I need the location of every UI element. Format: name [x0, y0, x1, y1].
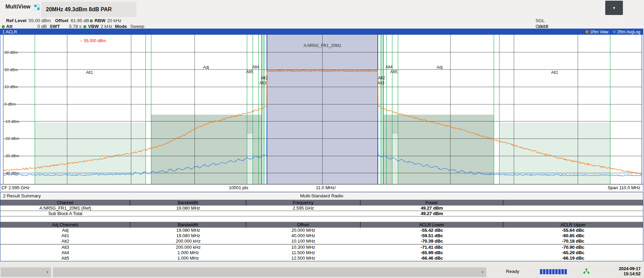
swt-label[interactable]: SWT [50, 24, 60, 29]
att-value[interactable]: 0 dB [37, 24, 47, 29]
cell: -70.90 dBc [503, 244, 643, 250]
ref-level-value[interactable]: 55.00 dBm [29, 18, 51, 23]
y-axis-label: -10 dBm [4, 119, 19, 124]
ref-level-marker: ↑ 55.000 dBm [80, 38, 106, 43]
channel-band-label: Alt2 [378, 76, 385, 80]
swt-value[interactable]: 5.78 s [69, 24, 82, 29]
header-cell: Bandwidth [130, 200, 246, 206]
table-row: Alt119.080 MHz40.000 MHz-59.51 dBc-60.85… [0, 233, 643, 239]
cell: Sub Block A Total [0, 211, 130, 216]
tab-channel[interactable]: 20MHz 49.3dBm 8dB PAR [41, 2, 136, 17]
vbw-value[interactable]: 2 kHz [101, 24, 113, 29]
plot-footer: CF 2.595 GHz 10001 pts 11.0 MHz/ Span 11… [0, 184, 643, 191]
tx-channel-label: A:NR5G_FR1_20M1 [304, 43, 341, 48]
sweep-progress-bar [540, 269, 567, 274]
trace2-dot-icon [613, 30, 616, 33]
cell: 1.000 MHz [130, 256, 246, 261]
chevron-down-icon: ▼ [46, 271, 49, 274]
cell: Alt5 [0, 256, 130, 261]
y-axis-label: 10 dBm [4, 84, 18, 89]
offset-value[interactable]: 61.95 dB [71, 18, 89, 23]
cell: 12.500 MHz [246, 256, 360, 261]
time-value: 15:14:52 [619, 272, 641, 277]
y-axis-label: 30 dBm [4, 50, 18, 55]
header-cell: Adj Channels [0, 222, 130, 228]
cell: -60.85 dBc [503, 233, 643, 239]
table-header-row: Adj ChannelsBandwidthOffsetACLR LowerACL… [0, 222, 643, 228]
table-header-row: ChannelBandwidthFrequencyPower [0, 200, 643, 206]
legend-trace1[interactable]: 1Rm View [586, 30, 608, 34]
cell: Alt3 [0, 244, 130, 250]
cell: -66.46 dBc [360, 256, 503, 261]
rbw-label[interactable]: RBW [95, 18, 105, 23]
header-cell: Bandwidth [130, 222, 246, 228]
y-axis-label: 20 dBm [4, 67, 18, 72]
att-label[interactable]: Att [6, 24, 13, 29]
progress-segment [552, 269, 555, 274]
date-value: 2024-09-17 [619, 266, 641, 272]
header-cell: ACLR Upper [503, 222, 643, 228]
channel-band-label: Alt5 [246, 69, 253, 74]
cell: Alt2 [0, 239, 130, 244]
header-cell: Channel [0, 200, 130, 206]
trace1-dot-icon [586, 30, 589, 33]
cell: 49.27 dBm [360, 211, 503, 216]
cell: Alt4 [0, 250, 130, 256]
header-cell: ACLR Lower [360, 222, 503, 228]
cell: 49.27 dBm [360, 206, 503, 211]
center-frequency[interactable]: CF 2.595 GHz [1, 185, 30, 190]
header-cell: Power [360, 200, 503, 206]
multiview-icon [34, 4, 40, 10]
offset-label[interactable]: Offset [55, 18, 68, 23]
trace-legend: 1Rm View 2Rm AvgLog [586, 29, 640, 35]
tab-bar: MultiView 20MHz 49.3dBm 8dB PAR ▼ [0, 0, 644, 17]
ready-status: Ready [506, 269, 519, 274]
channel-band-label: Adj [203, 65, 209, 70]
progress-segment [543, 269, 545, 274]
status-selector-left[interactable]: ▼ [1, 267, 51, 277]
spectrum-plot: ↑ 55.000 dBm A:NR5G_FR1_20M1 30 dBm20 dB… [0, 35, 643, 184]
y-axis-label: 0 dBm [4, 102, 16, 107]
channel-table: ChannelBandwidthFrequencyPowerA:NR5G_FR1… [0, 200, 643, 216]
legend-trace2[interactable]: 2Rm AvgLog [613, 30, 641, 34]
mode-value[interactable]: Sweep [130, 24, 144, 29]
span-value[interactable]: Span 110.0 MHz [608, 185, 640, 190]
cell: Adj [0, 228, 130, 233]
mode-label[interactable]: Mode [115, 24, 127, 29]
chevron-down-icon: ▼ [481, 271, 484, 274]
header-cell: Offset [246, 222, 360, 228]
progress-segment [549, 269, 552, 274]
aclr-window-titlebar: 1 ACLR 1Rm View 2Rm AvgLog [0, 29, 643, 35]
y-axis-label: -40 dBm [4, 171, 19, 176]
vbw-label[interactable]: VBW [88, 24, 99, 29]
result-summary-subtitle: Multi-Standard Radio [300, 193, 343, 198]
tab-multiview[interactable]: MultiView [5, 4, 31, 10]
table-row: Alt41.000 MHz11.500 MHz-65.99 dBc-65.29 … [0, 250, 643, 256]
table-row: A:NR5G_FR1_20M1 (Ref)19.080 MHz2.595 GHz… [0, 206, 643, 211]
cell: 19.080 MHz [130, 206, 246, 211]
vbw-led-icon [83, 25, 86, 28]
cell: 2.595 GHz [246, 206, 360, 211]
header-cell: Frequency [246, 200, 360, 206]
progress-segment [540, 269, 542, 274]
cell: 10.300 MHz [246, 244, 360, 250]
cell: 1.000 MHz [130, 250, 246, 256]
cell: 200.000 kHz [130, 239, 246, 244]
cell: 200.000 kHz [130, 244, 246, 250]
result-summary-titlebar: 2 Result Summary Multi-Standard Radio [0, 192, 643, 200]
cell: -55.42 dBc [360, 228, 503, 233]
sweep-points: 10001 pts [229, 185, 248, 190]
channel-band-label: Alt3 [377, 81, 385, 85]
aclr-window: 1 ACLR 1Rm View 2Rm AvgLog ↑ 55.000 dBm … [0, 29, 643, 191]
cell: -65.99 dBc [360, 250, 503, 256]
progress-segment [561, 269, 564, 274]
ref-level-label[interactable]: Ref Level [6, 18, 27, 23]
status-bar: ▼ ▼ Ready 2024-09-17 15:14:52 [0, 265, 644, 278]
status-message-panel[interactable]: ▼ [53, 267, 486, 277]
system-dropdown-button[interactable]: ▼ [605, 1, 623, 15]
rbw-value[interactable]: 20 kHz [107, 18, 121, 23]
result-summary-title: 2 Result Summary [3, 193, 41, 198]
adj-channel-fill [383, 115, 494, 184]
cell: 19.080 MHz [130, 233, 246, 239]
aclr-window-title: 1 ACLR [2, 30, 17, 34]
